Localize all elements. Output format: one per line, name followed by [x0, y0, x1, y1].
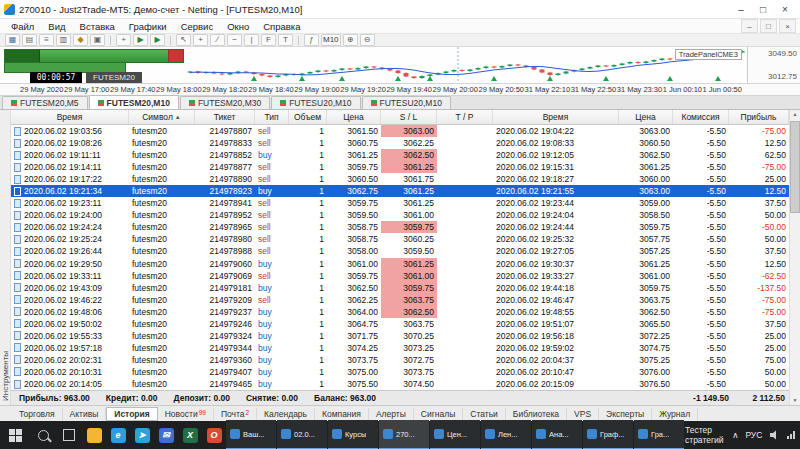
navigator-icon[interactable]: ◆ — [73, 34, 88, 46]
toolbox-tab-компания[interactable]: Компания — [315, 408, 369, 420]
trade-panel-sell-button[interactable] — [5, 50, 40, 62]
taskbar-window-7[interactable]: Граф... — [583, 420, 633, 449]
task-view-icon[interactable] — [56, 421, 82, 449]
trade-panel[interactable] — [4, 49, 184, 63]
table-row[interactable]: 2020.06.02 19:26:44futesm20214978988sell… — [11, 245, 789, 257]
scroll-down-icon[interactable]: ▼ — [793, 396, 798, 405]
toolbox-tab-новости[interactable]: Новости99 — [158, 408, 214, 420]
toolbox-tab-алерты[interactable]: Алерты — [369, 408, 414, 420]
header-commission[interactable]: Комиссия — [673, 110, 729, 124]
toolbox-tab-история[interactable]: История — [106, 407, 157, 421]
table-row[interactable]: 2020.06.02 19:08:26futesm20214978833sell… — [11, 137, 789, 149]
history-table-header[interactable]: ВремяСимвол▲ТикетТипОбъемЦенаS / LT / PВ… — [11, 110, 789, 125]
trendline-icon[interactable]: ∕ — [210, 34, 225, 46]
menu-item-5[interactable]: Окно — [220, 21, 256, 32]
timeframes-icon[interactable]: M10 — [321, 34, 341, 46]
edge-icon[interactable]: e — [106, 421, 130, 449]
header-close_price[interactable]: Цена — [619, 110, 673, 124]
table-row[interactable]: 2020.06.02 19:14:11futesm20214978877sell… — [11, 161, 789, 173]
chart-tab-3[interactable]: FUTESU20,M10 — [271, 96, 360, 109]
data-window-icon[interactable]: ▥ — [56, 34, 71, 46]
toolbox-tab-календарь[interactable]: Календарь — [257, 408, 315, 420]
header-tp[interactable]: T / P — [437, 110, 493, 124]
toolbox-tab-библиотека[interactable]: Библиотека — [506, 408, 567, 420]
minimize-button[interactable]: – — [730, 1, 752, 17]
toolbox-vertical-tab[interactable]: Инструменты — [0, 110, 11, 405]
zoom-in-icon[interactable]: ⊕ — [343, 34, 358, 46]
search-icon[interactable] — [30, 421, 56, 449]
telegram-icon[interactable]: ➤ — [130, 421, 154, 449]
toolbox-tab-сигналы[interactable]: Сигналы — [414, 408, 463, 420]
start-button[interactable] — [0, 421, 30, 449]
chart-tab-2[interactable]: FUTESM20,M30 — [180, 96, 270, 109]
toolbox-tab-эксперты[interactable]: Эксперты — [599, 408, 652, 420]
table-row[interactable]: 2020.06.02 20:02:31futesm20214979360buy1… — [11, 354, 789, 366]
table-row[interactable]: 2020.06.02 19:57:18futesm20214979344buy1… — [11, 342, 789, 354]
table-row[interactable]: 2020.06.02 19:11:11futesm20214978852buy1… — [11, 149, 789, 161]
table-row[interactable]: 2020.06.02 19:46:22futesm20214979209sell… — [11, 294, 789, 306]
vline-icon[interactable]: | — [244, 34, 259, 46]
mail-icon[interactable]: ✉ — [154, 421, 178, 449]
cursor-icon[interactable]: ↖ — [176, 34, 191, 46]
header-type[interactable]: Тип — [255, 110, 289, 124]
algo-trading-icon[interactable]: ▶ — [150, 34, 165, 46]
toolbox-tab-почта[interactable]: Почта2 — [214, 408, 257, 420]
table-row[interactable]: 2020.06.02 19:03:56futesm20214978807sell… — [11, 125, 789, 137]
header-profit[interactable]: Прибыль — [729, 110, 789, 124]
network-icon[interactable] — [786, 430, 796, 440]
header-ticket[interactable]: Тикет — [195, 110, 255, 124]
zoom-out-icon[interactable]: ⊖ — [360, 34, 375, 46]
table-row[interactable]: 2020.06.02 19:33:11futesm20214979069sell… — [11, 270, 789, 282]
header-symbol[interactable]: Символ▲ — [129, 110, 195, 124]
scrollbar-thumb[interactable] — [790, 121, 800, 213]
table-row[interactable]: 2020.06.02 19:48:06futesm20214979237buy1… — [11, 306, 789, 318]
crosshair-icon[interactable]: + — [193, 34, 208, 46]
table-row[interactable]: 2020.06.02 19:21:34futesm20214978923buy1… — [11, 185, 789, 197]
table-row[interactable]: 2020.06.02 19:25:24futesm20214978980sell… — [11, 233, 789, 245]
market-watch-icon[interactable]: ≡ — [39, 34, 54, 46]
tray-chevron-icon[interactable]: ∧ — [732, 430, 738, 440]
table-row[interactable]: 2020.06.02 19:43:09futesm20214979181buy1… — [11, 282, 789, 294]
text-label-icon[interactable]: T — [278, 34, 293, 46]
toolbox-icon[interactable]: ▣ — [90, 34, 105, 46]
hline-icon[interactable]: − — [227, 34, 242, 46]
table-row[interactable]: 2020.06.02 19:55:33futesm20214979324buy1… — [11, 330, 789, 342]
table-row[interactable]: 2020.06.02 19:23:11futesm20214978941sell… — [11, 197, 789, 209]
chart-area[interactable]: 00:00:57 FUTESM20 TradePanelCME3 3049.50… — [0, 47, 800, 84]
table-row[interactable]: 2020.06.02 19:24:00futesm20214978952sell… — [11, 209, 789, 221]
header-price[interactable]: Цена — [327, 110, 381, 124]
maximize-button[interactable]: □ — [752, 1, 774, 17]
table-row[interactable]: 2020.06.02 19:50:02futesm20214979246buy1… — [11, 318, 789, 330]
chart-tab-0[interactable]: FUTESM20,M5 — [2, 96, 88, 109]
explorer-icon[interactable] — [82, 421, 106, 449]
header-sl[interactable]: S / L — [381, 110, 437, 124]
indicators-icon[interactable]: ƒ — [304, 34, 319, 46]
new-chart-icon[interactable]: ▦ — [5, 34, 20, 46]
table-row[interactable]: 2020.06.02 20:10:31futesm20214979407buy1… — [11, 366, 789, 378]
chart-restore-button[interactable]: □ — [760, 19, 777, 33]
menu-item-6[interactable]: Справка — [256, 21, 307, 32]
taskbar-window-1[interactable]: 02.0... — [277, 420, 327, 449]
strategy-tester-icon[interactable]: ▶ — [133, 34, 148, 46]
menu-item-4[interactable]: Сервис — [174, 21, 221, 32]
browser-icon[interactable]: O — [202, 421, 226, 449]
menu-item-2[interactable]: Вставка — [73, 21, 122, 32]
toolbox-tab-vps[interactable]: VPS — [567, 408, 599, 420]
close-button[interactable]: × — [774, 1, 796, 17]
header-volume[interactable]: Объем — [289, 110, 327, 124]
toolbox-tab-торговля[interactable]: Торговля — [12, 408, 63, 420]
table-row[interactable]: 2020.06.02 19:24:24futesm20214978965sell… — [11, 221, 789, 233]
vertical-scrollbar[interactable]: ▲ ▼ — [789, 110, 800, 405]
chart-tab-4[interactable]: FUTESU20,M10 — [362, 96, 451, 109]
taskbar-window-6[interactable]: Ана... — [532, 420, 582, 449]
menu-item-0[interactable]: Файл — [4, 21, 41, 32]
chart-minimize-button[interactable]: – — [741, 19, 758, 33]
toolbox-tab-журнал[interactable]: Журнал — [652, 408, 698, 420]
menu-item-1[interactable]: Вид — [41, 21, 72, 32]
toolbox-tab-активы[interactable]: Активы — [63, 408, 107, 420]
chart-close-button[interactable]: × — [779, 19, 796, 33]
taskbar-window-2[interactable]: Курсы — [328, 420, 378, 449]
trade-panel-close-button[interactable] — [168, 50, 183, 62]
new-order-icon[interactable]: + — [116, 34, 131, 46]
menu-item-3[interactable]: Графики — [122, 21, 174, 32]
